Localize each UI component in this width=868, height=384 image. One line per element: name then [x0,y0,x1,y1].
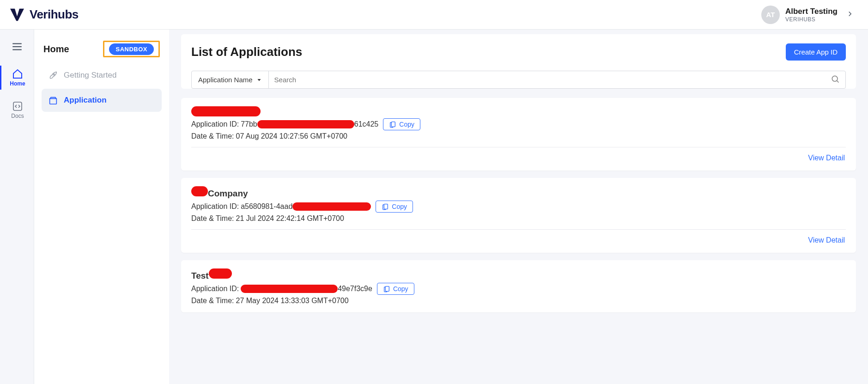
datetime-label: Date & Time: [191,297,234,305]
clipboard-icon [389,121,396,128]
app-id-label: Application ID: [191,120,239,128]
topbar: Verihubs AT Albert Testing VERIHUBS [0,0,868,30]
app-datetime-row: Date & Time: 27 May 2024 13:33:03 GMT+07… [191,297,846,305]
app-datetime-row: Date & Time: 21 Jul 2024 22:42:14 GMT+07… [191,214,846,223]
code-icon [12,101,23,112]
sandbox-highlight: SANDBOX [103,41,160,57]
datetime-label: Date & Time: [191,214,234,223]
rail-item-label: Home [10,80,25,87]
datetime-value: 07 Aug 2024 10:27:56 GMT+0700 [236,132,347,140]
app-id-label: Application ID: [191,202,239,211]
copy-button[interactable]: Copy [376,201,413,213]
svg-rect-8 [384,204,388,209]
sidebar-item-label: Application [64,96,107,105]
sidebar-title: Home [43,44,69,55]
datetime-label: Date & Time: [191,132,234,140]
app-id-row: Application ID:49e7f3c9eCopy [191,283,846,295]
svg-line-6 [837,80,839,82]
user-menu-chevron-icon[interactable] [843,7,857,23]
application-icon [48,95,58,105]
divider [191,147,846,147]
redaction-mark [292,202,371,211]
app-id-row: Application ID: 77bb61c425Copy [191,118,846,130]
user-label: Albert Testing VERIHUBS [785,7,838,23]
brand-logo[interactable]: Verihubs [9,7,79,22]
application-card: TestApplication ID:49e7f3c9eCopyDate & T… [181,260,856,312]
list-header-card: List of Applications Create App ID Appli… [181,34,856,89]
page-title: List of Applications [191,45,302,59]
avatar[interactable]: AT [761,6,780,24]
main-content: List of Applications Create App ID Appli… [169,30,868,384]
rail-item-label: Docs [11,113,24,119]
redaction-mark [191,186,208,196]
app-datetime-row: Date & Time: 07 Aug 2024 10:27:56 GMT+07… [191,132,846,140]
app-id-value: 77bb61c425 [241,120,378,129]
sidebar: Home SANDBOX Getting Started Application [34,30,169,384]
redaction-mark [257,120,354,128]
redaction-mark [191,106,261,116]
copy-button[interactable]: Copy [377,283,414,295]
rocket-icon [48,70,58,80]
redaction-mark [241,285,338,293]
app-name: Test [191,268,846,281]
app-id-row: Application ID: a5680981-4aadCopy [191,201,846,213]
svg-point-5 [832,76,838,81]
brand-name: Verihubs [30,7,79,22]
view-detail-link[interactable]: View Detail [807,233,846,247]
rail-item-docs[interactable]: Docs [0,98,34,122]
app-name: Company [191,186,846,199]
search-bar: Application Name [191,71,846,89]
view-detail-link[interactable]: View Detail [807,151,846,165]
svg-rect-3 [13,102,22,110]
clipboard-icon [383,285,390,293]
verihubs-logo-icon [9,8,25,22]
sidebar-item-getting-started[interactable]: Getting Started [42,64,162,87]
application-card: Application ID: 77bb61c425CopyDate & Tim… [181,98,856,171]
app-id-value: a5680981-4aad [241,202,371,211]
sidebar-item-label: Getting Started [64,71,116,80]
clipboard-icon [382,203,389,210]
chevron-down-icon [256,77,262,83]
app-name [191,106,846,116]
svg-rect-7 [392,122,395,127]
user-org: VERIHUBS [785,16,838,23]
create-app-id-button[interactable]: Create App ID [786,43,846,61]
home-icon [12,68,23,79]
redaction-mark [209,268,232,279]
search-input[interactable] [274,76,831,84]
datetime-value: 21 Jul 2024 22:42:14 GMT+0700 [236,214,344,223]
datetime-value: 27 May 2024 13:33:03 GMT+0700 [236,297,348,305]
divider [191,229,846,230]
search-icon[interactable] [831,74,840,85]
svg-point-4 [53,74,55,75]
app-id-label: Application ID: [191,285,239,293]
user-name: Albert Testing [785,7,838,16]
svg-rect-9 [385,286,389,292]
app-id-value: 49e7f3c9e [241,285,372,293]
left-rail: Home Docs [0,30,34,384]
sidebar-item-application[interactable]: Application [42,89,162,112]
menu-toggle-button[interactable] [8,38,26,57]
application-card: CompanyApplication ID: a5680981-4aadCopy… [181,178,856,253]
filter-dropdown[interactable]: Application Name [192,71,269,88]
sandbox-badge[interactable]: SANDBOX [109,43,154,55]
filter-label: Application Name [198,76,253,84]
rail-item-home[interactable]: Home [0,66,34,90]
copy-button[interactable]: Copy [383,118,420,130]
